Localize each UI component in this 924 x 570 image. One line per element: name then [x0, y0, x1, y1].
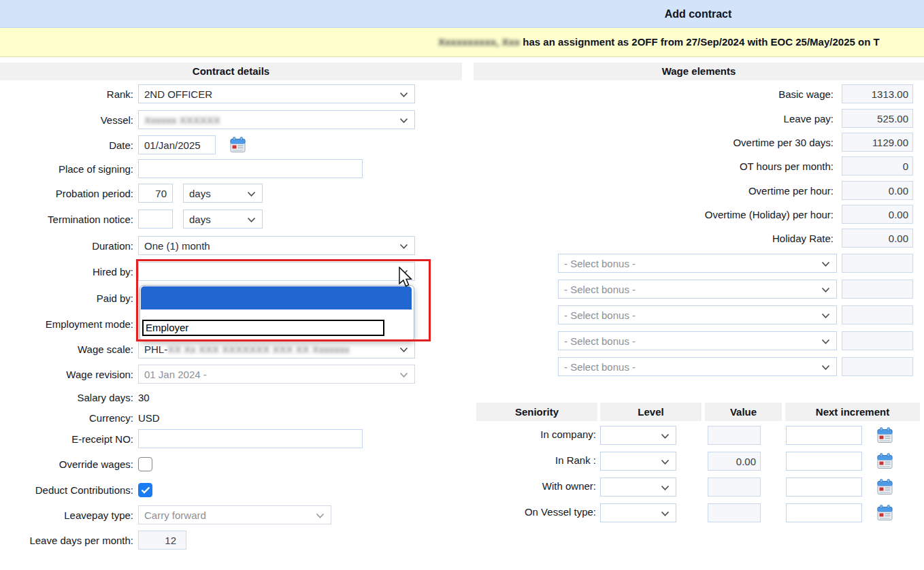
field-row-basic-wage: Basic wage: 1313.00 [474, 84, 913, 103]
termination-notice-input[interactable] [138, 209, 173, 229]
in-company-value-input [708, 426, 761, 445]
bonus-select[interactable]: - Select bonus - [558, 254, 837, 273]
probation-unit-value: days [189, 188, 211, 199]
termination-notice-unit-select[interactable]: days [183, 209, 263, 229]
bonus-select-placeholder: - Select bonus - [564, 335, 636, 347]
seniority-header-next-increment: Next increment [785, 403, 920, 421]
chevron-down-icon [821, 261, 830, 267]
bonus-select[interactable]: - Select bonus - [558, 305, 837, 324]
wage-scale-value-redacted: XX Xx XXX XXXXXXX XXX XX Xxxxxxx [167, 343, 350, 355]
bonus-row: - Select bonus - [558, 357, 913, 376]
leave-days-label: Leave days per month: [0, 535, 133, 546]
bonus-value-input [842, 357, 913, 376]
hired-by-label: Hired by: [0, 266, 133, 278]
in-company-level-select[interactable] [600, 426, 676, 445]
overtime-holiday-label: Overtime (Holiday) per hour: [474, 209, 834, 220]
calendar-icon[interactable] [876, 478, 894, 496]
field-row-overtime-30-days: Overtime per 30 days: 1129.00 [474, 133, 913, 152]
with-owner-next-increment-input[interactable] [786, 477, 862, 497]
field-row-place-of-signing: Place of signing: [0, 159, 363, 178]
field-row-date: Date: 01/Jan/2025 [0, 135, 247, 154]
field-row-wage-revision: Wage revision: 01 Jan 2024 - [0, 365, 415, 384]
calendar-icon[interactable] [876, 426, 894, 444]
in-rank-level-select[interactable] [600, 452, 676, 471]
chevron-down-icon [661, 511, 670, 517]
in-rank-next-increment-input[interactable] [786, 452, 862, 471]
holiday-rate-input: 0.00 [842, 229, 913, 248]
field-row-holiday-rate: Holiday Rate: 0.00 [474, 229, 913, 248]
in-rank-value-input: 0.00 [708, 452, 761, 471]
mouse-cursor [398, 267, 414, 288]
calendar-icon[interactable] [876, 452, 894, 470]
page-title: Add contract [665, 0, 732, 28]
wage-scale-select[interactable]: PHL-XX Xx XXX XXXXXXX XXX XX Xxxxxxx [138, 339, 415, 358]
wage-revision-select: 01 Jan 2024 - [138, 365, 415, 384]
overtime-per-hour-label: Overtime per hour: [474, 185, 834, 197]
place-of-signing-input[interactable] [138, 159, 363, 178]
overtime-30-days-input: 1129.00 [842, 133, 913, 152]
title-bar: Add contract [0, 0, 924, 28]
overtime-30-days-label: Overtime per 30 days: [474, 137, 834, 148]
seniority-header-level: Level [600, 403, 702, 421]
chevron-down-icon [821, 287, 830, 293]
date-input[interactable]: 01/Jan/2025 [138, 135, 216, 154]
seniority-row-in-rank: In Rank : 0.00 [0, 452, 924, 471]
calendar-icon[interactable] [876, 504, 894, 522]
salary-days-value: 30 [138, 392, 150, 403]
field-row-leave-days: Leave days per month: 12 [0, 531, 186, 550]
assignment-banner: Xxxxxxxxxx, Xxx has an assignment as 2OF… [0, 28, 924, 57]
bonus-select-placeholder: - Select bonus - [564, 258, 636, 269]
chevron-down-icon [399, 92, 408, 98]
bonus-select[interactable]: - Select bonus - [558, 280, 837, 299]
field-row-currency: Currency: USD [0, 408, 160, 427]
seniority-row-with-owner: With owner: [0, 477, 924, 497]
in-company-next-increment-input[interactable] [786, 426, 862, 445]
bonus-select-placeholder: - Select bonus - [564, 284, 636, 295]
field-row-employment-mode: Employment mode: [0, 314, 138, 333]
on-vessel-type-next-increment-input[interactable] [786, 503, 862, 522]
probation-period-label: Probation period: [0, 188, 133, 199]
employment-mode-label: Employment mode: [0, 318, 133, 330]
field-row-probation-period: Probation period: 70 days [0, 184, 263, 203]
chevron-down-icon [399, 347, 408, 353]
rank-select[interactable]: 2ND OFFICER [138, 84, 415, 103]
probation-period-unit-select[interactable]: days [183, 184, 263, 203]
bonus-select[interactable]: - Select bonus - [558, 331, 837, 350]
wage-revision-value: 01 Jan 2024 - [144, 369, 207, 380]
in-company-label: In company: [474, 429, 596, 440]
assignment-message: has an assignment as 2OFF from 27/Sep/20… [523, 36, 879, 48]
vessel-select[interactable]: Xxxxxx XXXXXX [138, 110, 415, 129]
field-row-overtime-per-hour: Overtime per hour: 0.00 [474, 181, 913, 200]
wage-revision-label: Wage revision: [0, 369, 133, 380]
bonus-row: - Select bonus - [558, 331, 913, 350]
chevron-down-icon [821, 339, 830, 345]
on-vessel-type-level-select[interactable] [600, 503, 676, 522]
bonus-value-input [842, 331, 913, 350]
field-row-salary-days: Salary days: 30 [0, 388, 150, 407]
with-owner-value-input [708, 477, 761, 497]
rank-label: Rank: [0, 88, 133, 100]
field-row-ot-hours: OT hours per month: 0 [474, 156, 913, 175]
duration-select[interactable]: One (1) month [138, 236, 415, 255]
bonus-select[interactable]: - Select bonus - [558, 357, 837, 376]
probation-period-input[interactable]: 70 [138, 184, 173, 203]
leave-pay-label: Leave pay: [474, 113, 834, 124]
with-owner-level-select[interactable] [600, 477, 676, 497]
leave-days-input: 12 [138, 531, 186, 550]
field-row-overtime-holiday: Overtime (Holiday) per hour: 0.00 [474, 205, 913, 224]
chevron-down-icon [661, 485, 670, 491]
overtime-per-hour-input: 0.00 [842, 181, 913, 200]
currency-label: Currency: [0, 412, 133, 424]
chevron-down-icon [247, 217, 256, 223]
redacted-seafarer-name: Xxxxxxxxxx, Xxx [438, 36, 520, 48]
duration-select-value: One (1) month [144, 240, 210, 252]
contract-details-header: Contract details [0, 63, 462, 80]
with-owner-label: With owner: [474, 480, 596, 492]
calendar-icon[interactable] [229, 136, 247, 154]
vessel-select-value-redacted: Xxxxxx XXXXXX [144, 114, 220, 126]
chevron-down-icon [821, 365, 830, 371]
bonus-row: - Select bonus - [558, 280, 913, 299]
wage-scale-value-prefix: PHL- [144, 343, 167, 355]
bonus-select-placeholder: - Select bonus - [564, 309, 636, 321]
currency-value: USD [138, 412, 160, 424]
